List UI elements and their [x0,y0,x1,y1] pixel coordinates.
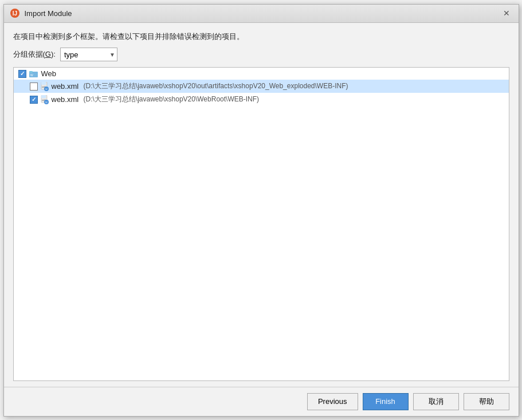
group-by-select-wrapper[interactable]: type module ▼ [60,48,117,61]
group-by-label: 分组依据(G): [13,49,56,60]
webxml-1-label: web.xml [52,82,79,91]
title-bar: IJ Import Module ✕ [4,5,519,23]
checkbox-webxml-1[interactable] [30,83,38,91]
dialog-title: Import Module [25,9,72,18]
svg-text:W: W [45,88,48,91]
xml-file-icon-2: xml W [41,95,49,104]
svg-rect-7 [41,82,46,85]
tree-item-webxml-1[interactable]: xml W web.xml (D:\大三学习总结\javaweb\xshopV2… [14,80,509,93]
description-text: 在项目中检测到多个框架。请检查以下项目并排除错误检测到的项目。 [13,31,509,42]
tree-item-web[interactable]: W Web [14,68,509,80]
svg-text:W: W [45,101,48,104]
svg-rect-4 [29,71,33,73]
webxml-2-label: web.xml [52,95,79,104]
group-by-row: 分组依据(G): type module ▼ [13,48,509,61]
checkbox-web[interactable] [18,70,26,78]
web-label: Web [41,69,57,78]
svg-text:IJ: IJ [12,10,17,17]
group-by-select[interactable]: type module [60,48,117,61]
app-icon: IJ [10,8,20,18]
svg-rect-12 [41,95,46,98]
footer: Previous Finish 取消 帮助 [4,387,519,416]
close-button[interactable]: ✕ [500,7,513,19]
xml-file-icon-1: xml W [41,82,49,91]
cancel-button[interactable]: 取消 [413,393,459,410]
checkbox-webxml-2[interactable] [30,96,38,104]
tree-panel[interactable]: W Web xml W web.xml (D:\大三学习总结\javaweb\x… [13,67,509,381]
webxml-1-path: (D:\大三学习总结\javaweb\xshopV20\out\artifact… [81,81,348,91]
previous-button[interactable]: Previous [307,393,358,410]
title-bar-left: IJ Import Module [10,8,72,18]
help-button[interactable]: 帮助 [464,393,509,410]
import-module-dialog: IJ Import Module ✕ 在项目中检测到多个框架。请检查以下项目并排… [3,4,519,417]
webxml-2-path: (D:\大三学习总结\javaweb\xshopV20\WebRoot\WEB-… [81,95,259,104]
svg-text:W: W [30,73,33,77]
web-folder-icon: W [29,70,38,78]
tree-item-webxml-2[interactable]: xml W web.xml (D:\大三学习总结\javaweb\xshopV2… [14,93,509,106]
dialog-content: 在项目中检测到多个框架。请检查以下项目并排除错误检测到的项目。 分组依据(G):… [4,23,519,387]
finish-button[interactable]: Finish [363,393,409,410]
